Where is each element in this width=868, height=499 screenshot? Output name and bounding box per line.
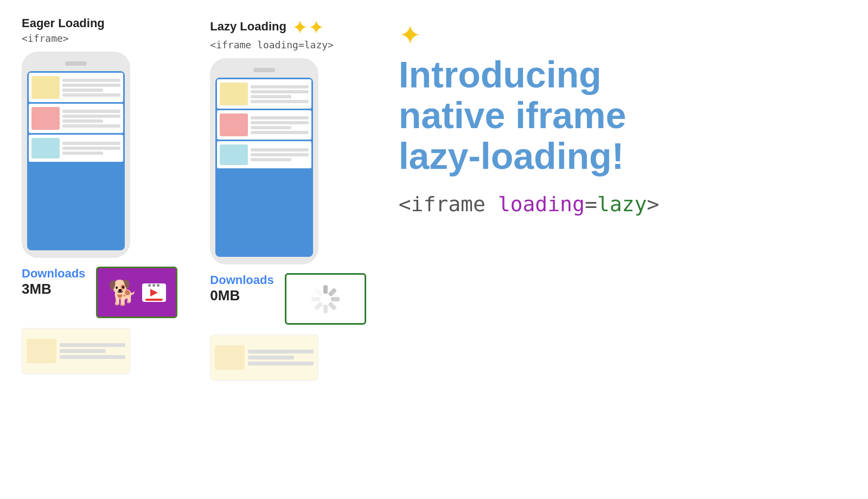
svg-rect-0 — [323, 285, 328, 294]
eager-downloads-section: Downloads 3MB 🐕 — [22, 267, 177, 318]
code-loading-text: loading — [498, 192, 585, 216]
line — [251, 90, 309, 93]
below-line — [248, 350, 314, 353]
eager-below-fold — [22, 328, 130, 374]
line — [251, 121, 309, 124]
below-line — [248, 362, 314, 365]
play-triangle-icon — [150, 289, 158, 296]
sparkle-header: ✦ — [399, 22, 846, 49]
below-lines-lazy — [248, 350, 314, 365]
play-dot — [148, 284, 151, 287]
below-image-lazy — [215, 345, 245, 370]
code-snippet: <iframe loading=lazy> — [399, 192, 846, 216]
lazy-below-block — [210, 334, 318, 381]
lazy-below-fold — [210, 334, 318, 381]
play-dot — [152, 284, 155, 287]
eager-downloads-label: Downloads — [22, 267, 85, 281]
play-dots — [148, 284, 159, 287]
screen-block-3-eager — [29, 135, 123, 162]
lazy-downloads-label: Downloads — [210, 273, 273, 287]
eager-iframe-thumbnail: 🐕 — [96, 267, 177, 318]
below-line — [60, 343, 125, 347]
right-section: ✦ Introducing native iframe lazy-loading… — [366, 16, 846, 216]
play-dot — [157, 284, 159, 287]
svg-rect-4 — [323, 305, 328, 313]
content-image-1-lazy — [220, 83, 248, 105]
phones-section: Eager Loading <iframe> — [22, 16, 366, 381]
phone-notch-eager — [65, 61, 87, 66]
screen-block-1-eager — [29, 73, 123, 102]
line — [251, 100, 309, 103]
loading-spinner-icon — [309, 283, 342, 315]
content-image-3 — [31, 138, 60, 159]
lazy-label: Lazy Loading — [210, 20, 286, 34]
line — [62, 124, 120, 128]
eager-label: Eager Loading — [22, 16, 105, 30]
code-lazy-text: lazy — [597, 192, 647, 216]
intro-title: Introducing native iframe lazy-loading! — [399, 54, 846, 176]
content-image-2-lazy — [220, 113, 248, 136]
lazy-download-info: Downloads 0MB — [210, 273, 273, 304]
line — [62, 147, 120, 150]
line — [62, 142, 120, 145]
phone-notch-lazy — [253, 68, 275, 72]
line — [62, 79, 120, 82]
line — [251, 95, 291, 98]
eager-phone-screen — [27, 71, 125, 250]
lazy-phone-frame — [210, 58, 318, 264]
intro-line1: Introducing — [399, 54, 602, 95]
line — [62, 119, 103, 123]
below-image-eager — [27, 339, 56, 363]
eager-downloads-size: 3MB — [22, 281, 85, 298]
svg-rect-7 — [314, 287, 323, 296]
line — [251, 148, 309, 151]
line — [251, 126, 291, 129]
content-lines-1-lazy — [251, 83, 309, 105]
below-lines-eager — [60, 343, 125, 359]
eager-code: <iframe> — [22, 33, 69, 44]
line — [62, 151, 103, 155]
line — [62, 93, 120, 97]
code-close-text: > — [647, 192, 659, 216]
dog-icon: 🐕 — [108, 279, 138, 307]
below-line — [248, 356, 294, 359]
lazy-phone-group: Lazy Loading ✦✦ <iframe loading=lazy> — [210, 16, 366, 381]
content-image-3-lazy — [220, 144, 248, 165]
code-equals-text: = — [585, 192, 597, 216]
content-image-1 — [31, 76, 60, 99]
below-line — [60, 355, 125, 359]
sparkle-small-icon: ✦✦ — [292, 16, 324, 39]
screen-block-1-lazy — [217, 79, 311, 109]
code-iframe-text: <iframe — [399, 192, 498, 216]
line — [251, 158, 291, 161]
content-lines-3 — [62, 138, 120, 159]
line — [251, 85, 309, 89]
eager-phone-frame — [22, 52, 130, 258]
lazy-iframe-thumbnail — [285, 273, 366, 325]
line — [62, 89, 103, 92]
eager-below-block — [22, 328, 130, 374]
eager-download-info: Downloads 3MB — [22, 267, 85, 298]
svg-rect-1 — [328, 287, 337, 296]
svg-rect-3 — [328, 301, 337, 311]
play-button-box — [142, 283, 166, 302]
content-image-2 — [31, 107, 60, 130]
line — [251, 153, 309, 156]
eager-phone-group: Eager Loading <iframe> — [22, 16, 177, 374]
content-lines-2 — [62, 107, 120, 130]
screen-block-2-lazy — [217, 110, 311, 140]
lazy-downloads-section: Downloads 0MB — [210, 273, 366, 325]
line — [251, 131, 309, 134]
content-lines-1 — [62, 76, 120, 99]
intro-line2: native iframe — [399, 94, 627, 136]
line — [62, 115, 120, 118]
content-lines-3-lazy — [251, 144, 309, 165]
phones-row: Eager Loading <iframe> — [22, 16, 366, 381]
screen-block-3-lazy — [217, 141, 311, 168]
svg-rect-5 — [314, 301, 323, 311]
below-line — [60, 349, 106, 353]
sparkle-large-icon: ✦ — [399, 22, 422, 49]
line — [62, 110, 120, 113]
lazy-code: <iframe loading=lazy> — [210, 39, 334, 50]
play-bar — [145, 299, 163, 301]
